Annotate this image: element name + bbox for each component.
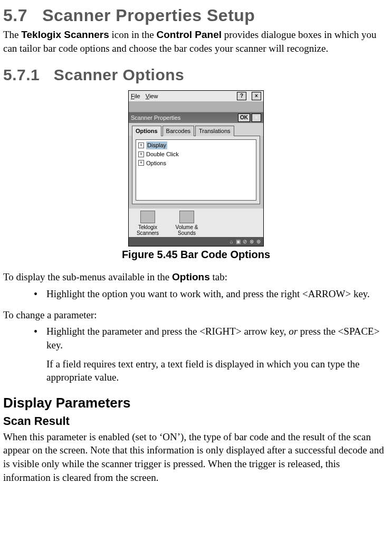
icon-teklogix-scanners[interactable]: Teklogix Scanners [133,211,162,236]
list-item: Highlight the option you want to work wi… [34,287,389,301]
tree-item-display[interactable]: + Display [138,141,254,150]
teklogix-scanners-label: Teklogix Scanners [21,29,109,40]
display-submenus-lead: To display the sub-menus available in th… [3,270,389,284]
bullet-subtext: If a field requires text entry, a text f… [46,357,389,384]
scan-result-body: When this parameter is enabled (set to ‘… [3,430,389,485]
expand-icon[interactable]: + [138,143,144,148]
bullet-text: Highlight the parameter and press the <R… [46,326,379,350]
subsection-heading: 5.7.1 Scanner Options [3,64,389,86]
control-panel-label: Control Panel [157,29,222,40]
tab-strip: Options Barcodes Translations [129,123,263,136]
tab-body: + Display + Double Click + Options [132,136,260,204]
parent-menubar: File View ? × [129,91,263,101]
scan-result-heading: Scan Result [3,413,389,429]
menu-view[interactable]: View [146,92,158,100]
help-button[interactable]: ? [237,92,246,100]
taskbar: ⌂ ▣ ⊘ ⊗ ⊕ [129,237,263,247]
subsection-number: 5.7.1 [3,66,40,83]
section-number: 5.7 [3,6,27,25]
dialog-close-button[interactable]: × [252,113,261,122]
tree-item-double-click[interactable]: + Double Click [138,150,254,159]
subsection-title: Scanner Options [54,66,185,83]
tab-barcodes[interactable]: Barcodes [162,126,194,136]
expand-icon[interactable]: + [138,151,144,157]
control-panel-icons: Teklogix Scanners Volume & Sounds [129,209,263,237]
dialog-titlebar: Scanner Properties OK × [129,112,263,123]
display-parameters-heading: Display Parameters [3,394,389,412]
change-param-lead: To change a parameter: [3,308,389,322]
tab-translations[interactable]: Translations [195,126,234,136]
options-tree[interactable]: + Display + Double Click + Options [136,139,256,201]
section-heading: 5.7 Scanner Properties Setup [3,4,389,27]
screenshot-scanner-properties: File View ? × Scanner Properties OK × Op… [128,90,264,247]
ok-button[interactable]: OK [238,113,250,122]
options-tab-label: Options [172,271,210,282]
background-strip [129,101,263,112]
figure-caption: Figure 5.45 Bar Code Options [3,248,389,262]
menu-file[interactable]: File [131,92,140,100]
list-item: Highlight the parameter and press the <R… [34,325,389,384]
section-title: Scanner Properties Setup [42,6,255,25]
tree-item-options[interactable]: + Options [138,159,254,168]
icon-volume-sounds[interactable]: Volume & Sounds [172,211,202,236]
bullet-text: Highlight the option you want to work wi… [46,288,370,299]
scanner-icon [140,211,155,223]
dialog-title: Scanner Properties [131,114,180,122]
parent-close-button[interactable]: × [252,92,261,100]
expand-icon[interactable]: + [138,160,144,166]
tab-options[interactable]: Options [132,126,161,136]
intro-paragraph: The Teklogix Scanners icon in the Contro… [3,28,389,55]
speaker-icon [179,211,194,223]
